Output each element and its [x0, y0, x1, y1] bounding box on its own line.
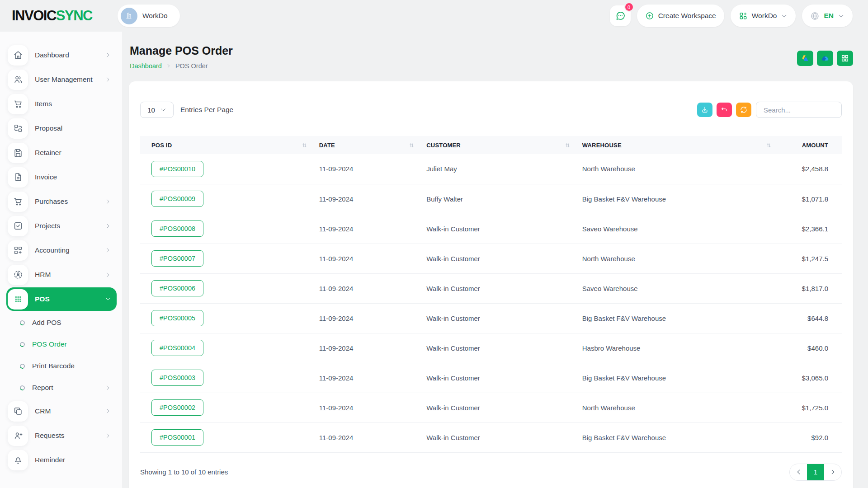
cell-amount: $92.0	[783, 422, 842, 452]
column-header-pos-id[interactable]: POS ID	[140, 136, 319, 154]
workdo-menu-button[interactable]: WorkDo	[731, 5, 796, 27]
cell-pos-id: #POS00001	[140, 422, 319, 452]
sidebar-item-label: Invoice	[35, 173, 57, 181]
download-button[interactable]	[697, 103, 712, 117]
sidebar-item-retainer[interactable]: Retainer	[6, 141, 117, 164]
chat-icon	[615, 10, 626, 21]
sidebar-item-items[interactable]: Items	[6, 92, 117, 116]
search-input[interactable]	[756, 102, 842, 118]
cell-amount: $2,366.1	[783, 214, 842, 244]
proposal-icon	[8, 118, 28, 139]
workdo-menu-label: WorkDo	[752, 12, 777, 20]
sidebar-item-reminder[interactable]: Reminder	[6, 448, 117, 472]
breadcrumb-dashboard-link[interactable]: Dashboard	[130, 62, 162, 70]
plus-circle-icon	[645, 11, 654, 20]
cell-warehouse: Saveo Warehouse	[582, 273, 783, 303]
cell-pos-id: #POS00009	[140, 184, 319, 214]
cell-amount: $2,458.8	[783, 154, 842, 184]
grid-button[interactable]	[837, 51, 853, 66]
workspace-name: WorkDo	[142, 12, 168, 20]
column-header-warehouse[interactable]: WAREHOUSE	[582, 136, 783, 154]
google-drive-button[interactable]	[797, 51, 813, 66]
sidebar-item-label: Purchases	[35, 197, 68, 206]
sidebar-item-crm[interactable]: CRM	[6, 399, 117, 423]
language-selector[interactable]: EN	[802, 5, 853, 27]
pos-id-link[interactable]: #POS00007	[151, 250, 203, 267]
chevron-down-icon	[105, 296, 111, 302]
messages-button[interactable]: 0	[610, 5, 631, 26]
sort-icon	[302, 142, 307, 148]
onedrive-button[interactable]	[817, 51, 833, 66]
pos-id-link[interactable]: #POS00001	[151, 429, 203, 446]
workspace-selector[interactable]: WorkDo	[118, 5, 180, 27]
column-header-date[interactable]: DATE	[319, 136, 426, 154]
cell-warehouse: North Warehouse	[582, 393, 783, 422]
sidebar-item-dashboard[interactable]: Dashboard	[6, 43, 117, 67]
sidebar-subitem-report[interactable]: Report	[0, 377, 122, 399]
sidebar-subitem-add-pos[interactable]: Add POS	[0, 312, 122, 333]
sidebar-item-proposal[interactable]: Proposal	[6, 117, 117, 140]
cell-warehouse: North Warehouse	[582, 154, 783, 184]
pos-id-link[interactable]: #POS00008	[151, 221, 203, 237]
sidebar-subitem-label: Add POS	[32, 319, 61, 327]
cell-customer: Walk-in Customer	[426, 303, 582, 333]
entries-per-page-select[interactable]: 10	[140, 102, 174, 118]
requests-icon	[8, 426, 28, 446]
sidebar-item-label: Accounting	[35, 246, 70, 254]
pos-id-link[interactable]: #POS00006	[151, 280, 203, 296]
cell-date: 11-09-2024	[319, 303, 426, 333]
table-header: POS IDDATECUSTOMERWAREHOUSEAMOUNT	[140, 136, 842, 154]
cell-customer: Buffy Walter	[426, 184, 582, 214]
sidebar-item-requests[interactable]: Requests	[6, 424, 117, 447]
pos-id-link[interactable]: #POS00002	[151, 399, 203, 416]
pos-id-link[interactable]: #POS00004	[151, 340, 203, 356]
pagination-next-button[interactable]	[824, 464, 841, 480]
pagination-page-1[interactable]: 1	[807, 464, 824, 480]
cell-warehouse: Big Basket F&V Warehouse	[582, 422, 783, 452]
column-header-customer[interactable]: CUSTOMER	[426, 136, 582, 154]
table-row: #POS0000411-09-2024Walk-in CustomerHasbr…	[140, 333, 842, 363]
table-footer: Showing 1 to 10 of 10 entries 1	[140, 453, 842, 488]
breadcrumb: Dashboard POS Order	[130, 62, 233, 70]
pos-id-link[interactable]: #POS00003	[151, 370, 203, 386]
cell-warehouse: Saveo Warehouse	[582, 214, 783, 244]
column-label: WAREHOUSE	[582, 142, 622, 149]
workspace-avatar	[121, 8, 137, 24]
cell-amount: $1,071.8	[783, 184, 842, 214]
sidebar-subitem-label: POS Order	[32, 340, 67, 348]
sidebar-subitem-label: Report	[32, 384, 53, 392]
cell-warehouse: Big Basket F&V Warehouse	[582, 303, 783, 333]
undo-button[interactable]	[717, 103, 732, 117]
cell-date: 11-09-2024	[319, 214, 426, 244]
users-icon	[8, 70, 28, 90]
table-controls: 10 Entries Per Page	[140, 102, 842, 118]
cell-warehouse: Big Basket F&V Warehouse	[582, 363, 783, 393]
pos-id-link[interactable]: #POS00009	[151, 191, 203, 207]
sidebar-item-pos[interactable]: POS	[6, 287, 117, 311]
chevron-right-icon	[105, 408, 111, 414]
sidebar-item-hrm[interactable]: HRM	[6, 263, 117, 286]
chevron-right-icon	[105, 76, 111, 83]
create-workspace-button[interactable]: Create Workspace	[637, 5, 724, 27]
cell-amount: $1,247.5	[783, 244, 842, 273]
sidebar-item-invoice[interactable]: Invoice	[6, 165, 117, 189]
sidebar-item-accounting[interactable]: Accounting	[6, 239, 117, 262]
sidebar-item-purchases[interactable]: Purchases	[6, 190, 117, 213]
onedrive-icon	[821, 54, 830, 63]
chevron-right-icon	[105, 432, 111, 439]
sidebar-item-user-management[interactable]: User Management	[6, 68, 117, 91]
sidebar-item-projects[interactable]: Projects	[6, 214, 117, 238]
refresh-button[interactable]	[736, 103, 751, 117]
main-content: Manage POS Order Dashboard POS Order 10 …	[122, 32, 868, 488]
pos-id-link[interactable]: #POS00010	[151, 161, 203, 177]
sidebar-item-label: Dashboard	[35, 51, 69, 59]
retainer-icon	[8, 143, 28, 163]
cell-customer: Walk-in Customer	[426, 333, 582, 363]
cell-amount: $3,065.0	[783, 363, 842, 393]
cell-date: 11-09-2024	[319, 244, 426, 273]
sidebar-subitem-pos-order[interactable]: POS Order	[0, 333, 122, 355]
pagination-prev-button[interactable]	[790, 464, 807, 480]
sidebar-subitem-print-barcode[interactable]: Print Barcode	[0, 355, 122, 377]
logo-text-black: INVOIC	[12, 8, 56, 23]
pos-id-link[interactable]: #POS00005	[151, 310, 203, 326]
